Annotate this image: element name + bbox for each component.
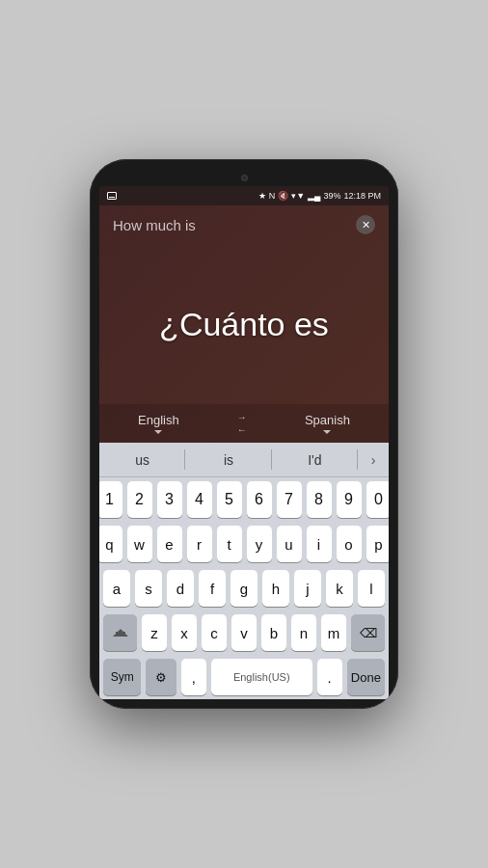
key-q[interactable]: q: [99, 526, 122, 562]
phone-shell: ★ N 🔇 ▾▼ ▂▄ 39% 12:18 PM How much is ✕ ¿…: [90, 159, 398, 709]
bluetooth-icon: ★: [258, 191, 266, 201]
suggestion-us[interactable]: us: [99, 443, 185, 476]
key-o[interactable]: o: [337, 526, 362, 562]
key-8[interactable]: 8: [307, 481, 332, 518]
target-lang-label: Spanish: [305, 413, 350, 427]
zxcv-row: z x c v b n m ⌫: [99, 610, 389, 655]
keyboard-status-icon: [107, 192, 117, 200]
space-label: English(US): [233, 671, 290, 683]
key-7[interactable]: 7: [277, 481, 302, 518]
swap-languages-button[interactable]: → ←: [237, 412, 247, 435]
sym-key[interactable]: Sym: [103, 659, 141, 695]
nfc-icon: N: [269, 191, 276, 201]
language-bar: English → ← Spanish: [99, 404, 389, 443]
close-button[interactable]: ✕: [356, 215, 375, 234]
done-label: Done: [351, 670, 381, 685]
key-i[interactable]: i: [307, 526, 332, 562]
key-k[interactable]: k: [326, 570, 353, 607]
phone-screen: ★ N 🔇 ▾▼ ▂▄ 39% 12:18 PM How much is ✕ ¿…: [99, 186, 389, 699]
key-3[interactable]: 3: [157, 481, 182, 518]
search-bar: How much is ✕: [99, 205, 389, 244]
battery: 39%: [323, 191, 340, 201]
key-s[interactable]: s: [135, 570, 162, 607]
key-j[interactable]: j: [294, 570, 321, 607]
key-e[interactable]: e: [157, 526, 182, 562]
suggestions-more[interactable]: ›: [358, 452, 389, 468]
arrow-right-icon: →: [237, 412, 247, 422]
shift-icon: [113, 629, 128, 637]
key-d[interactable]: d: [167, 570, 194, 607]
gear-icon: ⚙: [155, 670, 167, 685]
key-0[interactable]: 0: [366, 481, 390, 518]
key-9[interactable]: 9: [337, 481, 362, 518]
shift-key[interactable]: [103, 614, 137, 651]
key-m[interactable]: m: [321, 614, 346, 651]
key-b[interactable]: b: [261, 614, 286, 651]
suggestion-is[interactable]: is: [185, 443, 271, 476]
translator-area: How much is ✕ ¿Cuánto es English → ← Spa…: [99, 205, 389, 443]
key-p[interactable]: p: [366, 526, 390, 562]
key-x[interactable]: x: [172, 614, 197, 651]
keyboard-section: us is I'd › 1 2 3 4 5 6 7 8 9: [99, 443, 389, 699]
target-lang-dropdown-arrow: [323, 430, 331, 434]
space-key[interactable]: English(US): [211, 659, 312, 695]
input-text: How much is: [113, 217, 196, 233]
suggestion-id[interactable]: I'd: [272, 443, 358, 476]
translation-main: ¿Cuánto es: [99, 244, 389, 404]
key-2[interactable]: 2: [127, 481, 152, 518]
key-z[interactable]: z: [142, 614, 167, 651]
key-g[interactable]: g: [230, 570, 258, 607]
done-key[interactable]: Done: [347, 659, 385, 695]
sym-label: Sym: [111, 670, 134, 684]
suggestions-bar: us is I'd ›: [99, 443, 389, 477]
key-y[interactable]: y: [247, 526, 272, 562]
phone-camera: [241, 175, 248, 181]
arrow-left-icon: ←: [237, 424, 247, 435]
key-u[interactable]: u: [277, 526, 302, 562]
key-h[interactable]: h: [262, 570, 289, 607]
key-1[interactable]: 1: [99, 481, 122, 518]
target-language[interactable]: Spanish: [305, 413, 350, 434]
key-a[interactable]: a: [103, 570, 130, 607]
key-4[interactable]: 4: [187, 481, 212, 518]
key-r[interactable]: r: [187, 526, 212, 562]
key-5[interactable]: 5: [217, 481, 242, 518]
source-lang-label: English: [138, 413, 179, 427]
status-left: [107, 192, 117, 200]
time: 12:18 PM: [343, 191, 381, 201]
number-row: 1 2 3 4 5 6 7 8 9 0: [99, 477, 389, 522]
translated-text: ¿Cuánto es: [140, 306, 348, 343]
key-6[interactable]: 6: [247, 481, 272, 518]
key-v[interactable]: v: [231, 614, 257, 651]
source-lang-dropdown-arrow: [154, 430, 162, 434]
comma-key[interactable]: ,: [181, 659, 206, 695]
period-key[interactable]: .: [317, 659, 342, 695]
backspace-key[interactable]: ⌫: [351, 614, 385, 651]
qwerty-row: q w e r t y u i o p: [99, 522, 389, 566]
mute-icon: 🔇: [278, 191, 288, 201]
key-f[interactable]: f: [199, 570, 226, 607]
status-right: ★ N 🔇 ▾▼ ▂▄ 39% 12:18 PM: [258, 191, 381, 201]
key-n[interactable]: n: [291, 614, 316, 651]
bottom-row: Sym ⚙ , English(US) . Done: [99, 655, 389, 699]
key-w[interactable]: w: [127, 526, 152, 562]
key-c[interactable]: c: [202, 614, 227, 651]
status-bar: ★ N 🔇 ▾▼ ▂▄ 39% 12:18 PM: [99, 186, 389, 205]
key-t[interactable]: t: [217, 526, 242, 562]
wifi-icon: ▾▼: [291, 191, 305, 201]
phone-top: [99, 169, 389, 186]
asdf-row: a s d f g h j k l: [99, 566, 389, 610]
signal-icon: ▂▄: [308, 191, 320, 201]
settings-key[interactable]: ⚙: [146, 659, 176, 695]
source-language[interactable]: English: [138, 413, 179, 434]
key-l[interactable]: l: [358, 570, 385, 607]
